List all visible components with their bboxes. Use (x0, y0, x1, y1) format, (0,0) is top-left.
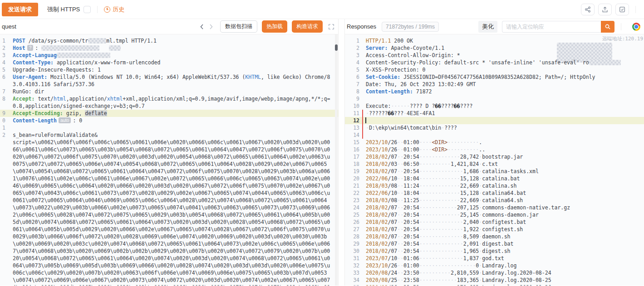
code-token: Date: Thu, 26 Oct 2023 13:02:49 GMT (366, 81, 476, 87)
line-number: 26 (345, 218, 359, 226)
code-token: 20:54 (403, 204, 419, 211)
line-number: 34 (345, 276, 359, 284)
share-button[interactable] (581, 4, 595, 15)
code-token: daemon.sh (482, 233, 510, 240)
code-token: ,application/ (66, 96, 107, 102)
code-token: /08 (388, 197, 397, 204)
line-number: 7 (345, 81, 359, 88)
code-line: 202022/06/10··18:04·············15,128·c… (345, 175, 644, 182)
code-token: 2,091 (463, 241, 479, 247)
code-line: 0Content-Lengthauto: 0 (0, 117, 338, 124)
code-line: 172018/02/07··20:54·············28,742·b… (345, 153, 644, 160)
response-search (502, 21, 615, 33)
code-token: 11:24 (403, 183, 419, 189)
code-token: . (479, 139, 482, 145)
code-token: /26 (388, 262, 397, 269)
code-token: 25,145 (460, 212, 479, 218)
history-prev-button[interactable] (197, 22, 206, 31)
code-token: 22,669 (460, 197, 479, 204)
code-token: Mozilla/5.0 (Windows NT 10.0; Win64; x64… (47, 74, 245, 80)
code-token: 2018/03 (366, 183, 388, 189)
request-pane-title: quest (2, 23, 16, 30)
code-token: 2018/02 (366, 204, 388, 211)
code-token: 18:04 (403, 190, 419, 196)
code-token: : (35, 45, 41, 51)
code-token: 20:54 (403, 241, 419, 247)
build-request-button[interactable]: 构造请求 (292, 20, 323, 33)
code-token: 2022/06 (366, 175, 388, 182)
code-line: 13·D:\ekp\win64\tomcat\bin·???? (345, 124, 644, 131)
code-line: 3Access-Control-Allow-Origin: * (345, 52, 644, 59)
code-token: ·· (397, 139, 403, 145)
code-token: <DIR> (432, 146, 447, 153)
line-number: 7 (0, 88, 5, 95)
code-token: deflate (85, 110, 107, 116)
code-token: Upgrade-Insecure-Requests: 1 (13, 67, 101, 73)
line-number: 5 (0, 66, 5, 73)
line-number: 21 (345, 182, 359, 189)
code-token: ·········· (419, 270, 451, 276)
code-line: 282018/02/07··20:54··············8,509·d… (345, 233, 644, 240)
code-line: 342020/08/25··23:58············183,365·L… (345, 276, 644, 284)
history-button[interactable]: 历史 (104, 5, 124, 14)
line-number: 28 (345, 233, 359, 240)
line-number: 25 (345, 211, 359, 218)
toolbar-divider-right (635, 6, 636, 13)
code-token: /07 (388, 212, 397, 218)
hot-reload-button[interactable]: 热加载 (262, 20, 287, 33)
code-token: xhtml (107, 96, 123, 102)
code-token: ·· (397, 284, 403, 286)
code-line: 312023/07/10··01:06··············1,837·g… (345, 255, 644, 262)
search-input[interactable] (502, 21, 601, 33)
packet-scan-button[interactable]: 数据包扫描 (220, 20, 257, 33)
code-token: /25 (388, 277, 397, 283)
code-token: 2022/06 (366, 190, 388, 196)
line-number: 22 (345, 189, 359, 197)
split-panes: quest 数据包扫描 热加载 构造请求 1POST (0, 19, 644, 286)
search-button[interactable] (601, 21, 615, 33)
code-token: .. (479, 146, 485, 153)
code-token: 2020/08 (366, 284, 388, 286)
response-size-badge: 71872bytes / 199ms (382, 22, 439, 32)
code-line: 332020/08/24··23:50··········2,810,559·L… (345, 269, 644, 276)
code-line: 6User-Agent: Mozilla/5.0 (Windows NT 10.… (0, 73, 338, 88)
line-number: 14 (345, 131, 359, 139)
beautify-button[interactable]: 美化 (478, 21, 497, 33)
line-number: 24 (345, 204, 359, 211)
code-line: 252018/02/07··20:54·············25,145·c… (345, 211, 644, 218)
code-token: 2018/02 (366, 212, 388, 218)
chevron-left-icon (199, 24, 205, 30)
toolbar-divider (97, 6, 98, 13)
response-pane: Responses 71872bytes / 199ms 美化 远端地址:120… (344, 19, 644, 286)
code-token: ·············· (419, 255, 463, 262)
code-token: RunGo: dir (13, 88, 44, 95)
code-token: ·············· (419, 226, 463, 233)
request-editor[interactable]: 1POST /data/sys-common/trml.tmpl HTTP/1.… (0, 34, 338, 286)
export-button[interactable] (598, 4, 612, 15)
chrome-icon[interactable] (632, 23, 640, 31)
code-token: /24 (388, 270, 397, 276)
code-line: 11·??????��???·4E3E-4FA1 (345, 110, 644, 117)
code-line: 2Host?: (0, 44, 338, 52)
code-token: 20:54 (403, 233, 419, 240)
history-next-button[interactable] (206, 22, 216, 31)
line-number: 13 (345, 124, 359, 131)
force-https-checkbox[interactable] (84, 6, 91, 13)
code-token: ·· (397, 190, 403, 196)
send-request-button[interactable]: 发送请求 (2, 3, 38, 16)
line-number: 8 (0, 95, 5, 110)
line-number: 35 (345, 284, 359, 286)
code-line: 1 (0, 124, 338, 131)
code-token: 2023/10 (366, 146, 388, 153)
code-token: ···· (419, 146, 432, 153)
code-token: /07 (388, 168, 397, 175)
code-token: ???? (444, 125, 457, 131)
code-token: Accept-Languag (13, 52, 57, 58)
upload-icon (601, 6, 609, 13)
response-viewer[interactable]: 远端地址:120.19 1HTTP/1.1 200 OK2Server: Apa… (345, 34, 644, 286)
fullscreen-button[interactable] (328, 24, 334, 30)
top-toolbar: 发送请求 强制 HTTPS 历史 (0, 0, 644, 19)
verify-button[interactable] (615, 4, 629, 15)
code-line: script=\u0062\u006f\u006f\u006c\u0065\u0… (0, 139, 338, 286)
code-token: /07 (388, 154, 397, 160)
